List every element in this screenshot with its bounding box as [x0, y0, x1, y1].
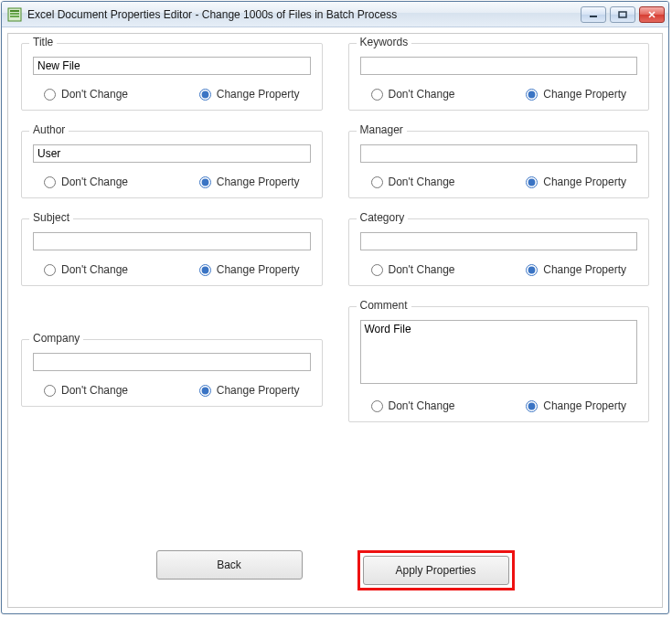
keywords-dont-change-option[interactable]: Don't Change — [371, 88, 455, 101]
group-comment-label: Comment — [357, 299, 411, 312]
group-manager-label: Manager — [357, 123, 407, 136]
subject-change-label: Change Property — [217, 263, 300, 276]
keywords-input[interactable] — [360, 57, 638, 75]
group-manager: Manager Don't Change Change Property — [348, 131, 650, 198]
apply-highlight: Apply Properties — [357, 550, 515, 590]
svg-rect-2 — [10, 13, 19, 15]
window-controls — [581, 6, 665, 23]
manager-change-label: Change Property — [543, 176, 626, 188]
title-change-label: Change Property — [217, 88, 300, 101]
app-icon — [7, 7, 22, 22]
author-dont-change-option[interactable]: Don't Change — [44, 176, 128, 188]
group-category-label: Category — [357, 211, 409, 224]
category-input[interactable] — [360, 232, 638, 250]
group-subject: Subject Don't Change Change Property — [21, 218, 323, 286]
author-input[interactable] — [33, 144, 311, 163]
minimize-button[interactable] — [581, 6, 606, 23]
author-dont-change-label: Don't Change — [61, 176, 128, 188]
group-title: Title Don't Change Change Property — [21, 43, 323, 111]
titlebar[interactable]: Excel Document Properties Editor - Chang… — [2, 2, 668, 27]
group-keywords-label: Keywords — [357, 36, 412, 48]
company-input[interactable] — [33, 353, 311, 371]
author-change-label: Change Property — [217, 176, 300, 188]
comment-dont-change-label: Don't Change — [389, 399, 455, 412]
button-row: Back Apply Properties — [8, 550, 662, 590]
keywords-change-label: Change Property — [543, 88, 626, 101]
comment-input[interactable] — [360, 320, 638, 384]
right-column: Keywords Don't Change Change Property Ma… — [336, 34, 663, 442]
close-button[interactable] — [639, 6, 665, 23]
keywords-change-option[interactable]: Change Property — [526, 88, 626, 101]
manager-change-option[interactable]: Change Property — [526, 176, 626, 188]
manager-dont-change-label: Don't Change — [389, 176, 455, 188]
apply-properties-button[interactable]: Apply Properties — [363, 556, 509, 585]
group-keywords: Keywords Don't Change Change Property — [348, 43, 650, 111]
svg-rect-4 — [590, 16, 597, 17]
subject-change-option[interactable]: Change Property — [199, 263, 300, 276]
comment-change-label: Change Property — [543, 399, 626, 412]
category-change-label: Change Property — [543, 263, 626, 276]
left-column: Title Don't Change Change Property Autho… — [8, 34, 336, 442]
svg-rect-5 — [619, 12, 626, 17]
category-dont-change-label: Don't Change — [389, 263, 455, 276]
manager-dont-change-option[interactable]: Don't Change — [371, 176, 455, 188]
group-company-label: Company — [29, 332, 83, 345]
keywords-dont-change-label: Don't Change — [389, 88, 455, 101]
window-title: Excel Document Properties Editor - Chang… — [27, 8, 581, 21]
category-dont-change-option[interactable]: Don't Change — [371, 263, 455, 276]
comment-change-option[interactable]: Change Property — [526, 399, 626, 412]
subject-dont-change-label: Don't Change — [61, 263, 128, 276]
group-title-label: Title — [29, 36, 57, 48]
title-input[interactable] — [33, 57, 311, 75]
comment-dont-change-option[interactable]: Don't Change — [371, 399, 455, 412]
company-change-label: Change Property — [217, 384, 300, 397]
title-dont-change-option[interactable]: Don't Change — [44, 88, 128, 101]
back-button[interactable]: Back — [156, 550, 303, 580]
client-area: Title Don't Change Change Property Autho… — [7, 33, 663, 608]
company-dont-change-option[interactable]: Don't Change — [44, 384, 128, 397]
title-dont-change-label: Don't Change — [61, 88, 128, 101]
app-window: Excel Document Properties Editor - Chang… — [1, 1, 669, 614]
company-change-option[interactable]: Change Property — [199, 384, 300, 397]
maximize-button[interactable] — [610, 6, 635, 23]
group-author: Author Don't Change Change Property — [21, 131, 323, 198]
company-dont-change-label: Don't Change — [61, 384, 128, 397]
svg-rect-3 — [10, 16, 19, 17]
manager-input[interactable] — [360, 144, 638, 163]
group-comment: Comment Don't Change Change Property — [348, 306, 650, 422]
subject-input[interactable] — [33, 232, 311, 250]
group-subject-label: Subject — [29, 211, 73, 224]
title-change-option[interactable]: Change Property — [199, 88, 300, 101]
group-company: Company Don't Change Change Property — [21, 339, 323, 407]
group-author-label: Author — [29, 123, 69, 136]
category-change-option[interactable]: Change Property — [526, 263, 626, 276]
author-change-option[interactable]: Change Property — [199, 176, 300, 188]
subject-dont-change-option[interactable]: Don't Change — [44, 263, 128, 276]
group-category: Category Don't Change Change Property — [348, 218, 650, 286]
svg-rect-1 — [10, 10, 19, 12]
